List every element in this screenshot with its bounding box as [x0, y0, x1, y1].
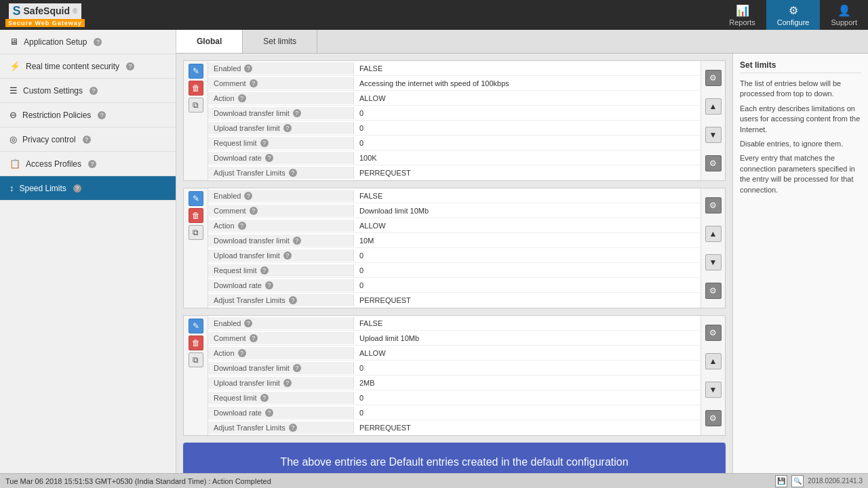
entry-2-gear-top[interactable]: ⚙ — [705, 197, 722, 214]
sidebar-item-realtime-security[interactable]: ⚡ Real time content security ? — [0, 54, 176, 79]
entry-3-copy-button[interactable]: ⧉ — [189, 352, 203, 367]
action-value: ALLOW — [354, 347, 701, 359]
action-label: Action ? — [208, 220, 354, 232]
tab-set-limits[interactable]: Set limits — [243, 30, 317, 53]
ul-limit-label: Upload transfer limit ? — [208, 122, 354, 134]
field-row: Comment ? Accessing the internet with sp… — [208, 76, 701, 91]
enabled-help-icon[interactable]: ? — [244, 319, 252, 327]
dl-rate-help-icon[interactable]: ? — [265, 154, 273, 162]
sidebar-item-access-profiles[interactable]: 📋 Access Profiles ? — [0, 152, 176, 176]
comment-help-icon[interactable]: ? — [250, 79, 258, 87]
action-label: Action ? — [208, 92, 354, 104]
support-button[interactable]: 👤 Support — [820, 0, 868, 30]
entry-1-edit-button[interactable]: ✎ — [189, 64, 203, 79]
req-limit-help-icon[interactable]: ? — [260, 394, 269, 402]
entry-3-gear-bottom[interactable]: ⚙ — [705, 410, 722, 426]
field-row: Action ? ALLOW — [208, 91, 701, 106]
top-navigation: SSafeSquid® Secure Web Gateway 📊 Reports… — [0, 0, 868, 30]
entry-2-gear-bottom[interactable]: ⚙ — [705, 283, 722, 299]
entry-3-fields: Enabled ? FALSE Comment ? Upload limit 1… — [208, 316, 701, 435]
field-row: Download rate ? 0 — [208, 278, 701, 293]
entry-1-gear-top[interactable]: ⚙ — [705, 70, 722, 86]
action-help-icon[interactable]: ? — [238, 349, 246, 357]
entry-3-delete-button[interactable]: 🗑 — [189, 336, 203, 350]
entry-1-fields: Enabled ? FALSE Comment ? Accessing the … — [208, 61, 701, 180]
application-setup-help-icon[interactable]: ? — [94, 38, 102, 46]
ul-limit-help-icon[interactable]: ? — [283, 124, 292, 132]
realtime-security-label: Real time content security — [26, 62, 119, 71]
entry-2-up-button[interactable]: ▲ — [705, 226, 722, 242]
action-help-icon[interactable]: ? — [238, 94, 246, 102]
entry-2-down-button[interactable]: ▼ — [705, 254, 722, 270]
entry-3-gear-top[interactable]: ⚙ — [705, 325, 722, 341]
entry-card-2: ✎ 🗑 ⧉ Enabled ? FALSE Comment ? Down — [183, 188, 726, 308]
adj-limits-help-icon[interactable]: ? — [289, 296, 297, 304]
adj-limits-value: PERREQUEST — [354, 422, 701, 434]
adj-limits-help-icon[interactable]: ? — [289, 424, 297, 432]
realtime-security-help-icon[interactable]: ? — [126, 62, 134, 70]
privacy-control-help-icon[interactable]: ? — [83, 136, 91, 144]
sidebar-item-restriction-policies[interactable]: ⊖ Restriction Policies ? — [0, 103, 176, 127]
entry-1-delete-button[interactable]: 🗑 — [189, 81, 203, 96]
tab-global[interactable]: Global — [176, 30, 243, 53]
entry-1-up-button[interactable]: ▲ — [705, 98, 722, 115]
enabled-label: Enabled ? — [208, 62, 354, 75]
req-limit-label: Request limit ? — [208, 392, 354, 404]
sidebar-item-custom-settings[interactable]: ☰ Custom Settings ? — [0, 79, 176, 103]
enabled-value: FALSE — [354, 317, 701, 329]
action-label: Action ? — [208, 347, 354, 359]
dl-limit-value: 10M — [354, 235, 701, 247]
application-setup-icon: 🖥 — [9, 37, 18, 47]
ul-limit-help-icon[interactable]: ? — [283, 379, 292, 387]
enabled-help-icon[interactable]: ? — [244, 64, 252, 73]
speed-limits-help-icon[interactable]: ? — [73, 184, 81, 192]
privacy-control-icon: ◎ — [9, 134, 17, 144]
dl-limit-help-icon[interactable]: ? — [293, 364, 301, 372]
status-right: 💾 🔍 2018.0206.2141.3 — [775, 475, 863, 487]
field-row: Enabled ? FALSE — [208, 188, 701, 203]
restriction-policies-help-icon[interactable]: ? — [98, 111, 106, 119]
entry-3-edit-button[interactable]: ✎ — [189, 319, 203, 333]
dl-rate-help-icon[interactable]: ? — [265, 281, 273, 289]
field-row: Enabled ? FALSE — [208, 61, 701, 76]
comment-help-icon[interactable]: ? — [250, 334, 258, 342]
entry-1-actions: ✎ 🗑 ⧉ — [184, 61, 208, 180]
sidebar-item-speed-limits[interactable]: ↕ Speed Limits ? — [0, 176, 176, 201]
comment-help-icon[interactable]: ? — [250, 207, 258, 215]
field-row: Request limit ? 0 — [208, 390, 701, 405]
reports-button[interactable]: 📊 Reports — [718, 0, 766, 30]
entry-1-down-button[interactable]: ▼ — [705, 127, 722, 143]
entry-3-up-button[interactable]: ▲ — [705, 353, 722, 369]
entry-2-delete-button[interactable]: 🗑 — [189, 208, 203, 223]
entry-1-copy-button[interactable]: ⧉ — [189, 98, 203, 113]
dl-rate-value: 100K — [354, 152, 701, 164]
info-line-1: The list of entries below will be proces… — [740, 79, 861, 100]
entry-1-gear-bottom[interactable]: ⚙ — [705, 155, 722, 171]
status-text: Tue Mar 06 2018 15:51:53 GMT+0530 (India… — [5, 477, 271, 485]
req-limit-help-icon[interactable]: ? — [260, 266, 269, 274]
configure-button[interactable]: ⚙ Configure — [766, 0, 821, 30]
field-row: Comment ? Upload limit 10Mb — [208, 331, 701, 346]
req-limit-help-icon[interactable]: ? — [260, 139, 269, 147]
nav-buttons: 📊 Reports ⚙ Configure 👤 Support — [718, 0, 868, 30]
dl-limit-help-icon[interactable]: ? — [293, 237, 301, 245]
enabled-label: Enabled ? — [208, 317, 354, 329]
access-profiles-help-icon[interactable]: ? — [88, 160, 96, 168]
custom-settings-help-icon[interactable]: ? — [90, 87, 98, 95]
entry-3-down-button[interactable]: ▼ — [705, 382, 722, 398]
save-icon[interactable]: 💾 — [775, 475, 787, 487]
entry-2-copy-button[interactable]: ⧉ — [189, 225, 203, 240]
sidebar-item-application-setup[interactable]: 🖥 Application Setup ? — [0, 30, 176, 54]
sidebar-item-privacy-control[interactable]: ◎ Privacy control ? — [0, 127, 176, 152]
adj-limits-help-icon[interactable]: ? — [289, 169, 297, 177]
dl-rate-help-icon[interactable]: ? — [265, 409, 273, 417]
comment-value: Upload limit 10Mb — [354, 332, 701, 344]
search-icon[interactable]: 🔍 — [791, 475, 804, 487]
comment-label: Comment ? — [208, 332, 354, 344]
entry-2-edit-button[interactable]: ✎ — [189, 191, 203, 206]
action-help-icon[interactable]: ? — [238, 222, 246, 230]
adj-limits-label: Adjust Transfer Limits ? — [208, 294, 354, 306]
enabled-help-icon[interactable]: ? — [244, 192, 252, 200]
ul-limit-help-icon[interactable]: ? — [283, 251, 292, 260]
dl-limit-help-icon[interactable]: ? — [293, 109, 301, 117]
